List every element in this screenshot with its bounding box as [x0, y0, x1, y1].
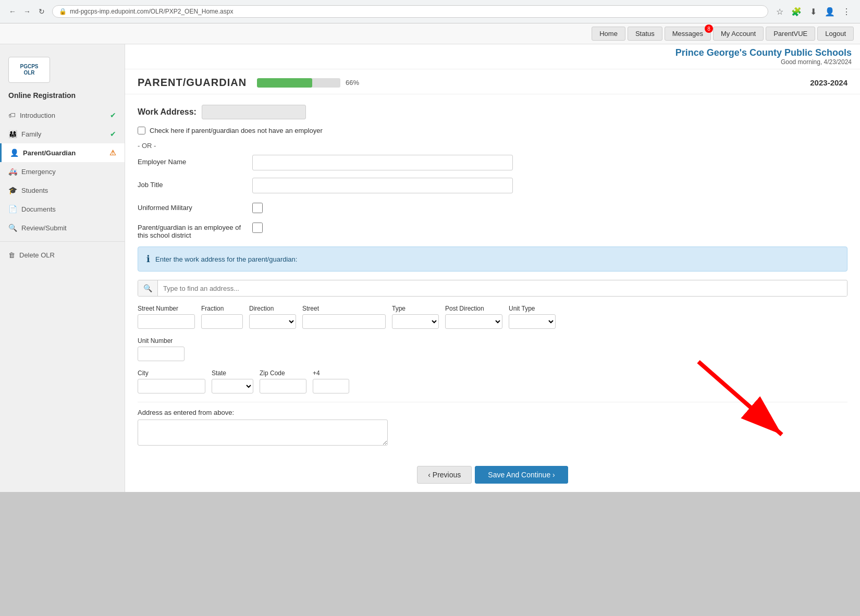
- extensions-button[interactable]: 🧩: [789, 4, 804, 19]
- type-select[interactable]: StAveBlvdDrRd: [392, 314, 439, 329]
- unit-type-select[interactable]: AptSteUnit: [509, 314, 556, 329]
- city-label: City: [138, 369, 205, 377]
- forward-button[interactable]: →: [21, 5, 33, 18]
- uniformed-military-row: Uniformed Military: [138, 201, 847, 213]
- state-label: State: [212, 369, 253, 377]
- delete-label: Delete OLR: [19, 251, 55, 259]
- my-account-nav-button[interactable]: My Account: [713, 27, 764, 41]
- sidebar-item-introduction[interactable]: 🏷 Introduction ✔: [0, 106, 125, 125]
- post-direction-label: Post Direction: [445, 305, 502, 312]
- street-number-input[interactable]: [138, 314, 195, 329]
- post-direction-select[interactable]: NSEW: [445, 314, 502, 329]
- save-continue-label: Save And Continue: [488, 471, 550, 479]
- plus4-input[interactable]: [313, 379, 349, 393]
- sidebar-item-documents[interactable]: 📄 Documents: [0, 200, 125, 218]
- top-nav: Home Status Messages 8 My Account Parent…: [0, 23, 860, 44]
- sidebar-divider: [0, 241, 125, 242]
- city-input[interactable]: [138, 379, 205, 393]
- sidebar-item-students[interactable]: 🎓 Students: [0, 181, 125, 200]
- unit-number-label: Unit Number: [138, 337, 847, 344]
- type-field: Type StAveBlvdDrRd: [392, 305, 439, 329]
- unit-number-field: Unit Number: [138, 337, 847, 361]
- address-fields-row2: City State MDVADC Zip Code: [138, 369, 847, 393]
- bottom-buttons: ‹ Previous Save And Continue ›: [125, 458, 860, 492]
- work-address-row: Work Address:: [138, 105, 847, 119]
- progress-bar-bg: [257, 78, 340, 88]
- sidebar-logo: PGCPSOLR: [0, 53, 125, 91]
- direction-select[interactable]: NSEW NENWSESW: [249, 314, 296, 329]
- back-button[interactable]: ←: [6, 5, 19, 18]
- address-fields-row1: Street Number Fraction Direction NSEW: [138, 305, 847, 329]
- employer-name-input[interactable]: [252, 155, 513, 170]
- save-and-continue-button[interactable]: Save And Continue ›: [475, 466, 568, 484]
- street-field: Street: [302, 305, 386, 329]
- menu-button[interactable]: ⋮: [839, 4, 854, 19]
- previous-button[interactable]: ‹ Previous: [417, 466, 472, 484]
- unit-type-label: Unit Type: [509, 305, 556, 312]
- download-button[interactable]: ⬇: [806, 4, 820, 19]
- unit-type-field: Unit Type AptSteUnit: [509, 305, 556, 329]
- parent-guardian-label: Parent/Guardian: [23, 149, 76, 157]
- status-nav-button[interactable]: Status: [628, 27, 662, 41]
- unit-number-section: Unit Number: [138, 337, 847, 361]
- fraction-field: Fraction: [201, 305, 243, 329]
- unit-number-input[interactable]: [138, 347, 185, 361]
- page-title: PARENT/GUARDIAN: [138, 77, 247, 89]
- messages-nav-button[interactable]: Messages: [665, 27, 711, 41]
- logout-nav-button[interactable]: Logout: [817, 27, 854, 41]
- sidebar-item-parent-guardian[interactable]: 👤 Parent/Guardian ⚠: [0, 143, 125, 162]
- right-panel: Prince George's County Public Schools Go…: [125, 44, 860, 492]
- street-label: Street: [302, 305, 386, 312]
- no-employer-row: Check here if parent/guardian does not h…: [138, 127, 847, 134]
- address-search-input[interactable]: [158, 281, 847, 296]
- sidebar-item-family[interactable]: 👨‍👩‍👧 Family ✔: [0, 125, 125, 143]
- home-nav-button[interactable]: Home: [592, 27, 625, 41]
- browser-nav: ← → ↻: [6, 5, 48, 18]
- content-row: PGCPSOLR Online Registration 🏷 Introduct…: [0, 44, 860, 492]
- employer-name-row: Employer Name: [138, 155, 847, 170]
- save-continue-chevron-icon: ›: [552, 471, 555, 479]
- state-select[interactable]: MDVADC: [212, 379, 253, 393]
- sidebar-item-review-submit[interactable]: 🔍 Review/Submit: [0, 218, 125, 237]
- refresh-button[interactable]: ↻: [35, 5, 48, 18]
- sidebar-item-delete-olr[interactable]: 🗑 Delete OLR: [0, 246, 125, 264]
- zip-code-field: Zip Code: [260, 369, 306, 393]
- previous-label: Previous: [433, 471, 461, 479]
- students-icon: 🎓: [8, 186, 17, 194]
- emergency-icon: 🚑: [8, 167, 17, 176]
- plus4-field: +4: [313, 369, 349, 393]
- bookmark-button[interactable]: ☆: [772, 4, 787, 19]
- address-entered-section: Address as entered from above:: [138, 409, 847, 447]
- fraction-input[interactable]: [201, 314, 243, 329]
- no-employer-checkbox[interactable]: [138, 127, 145, 134]
- direction-label: Direction: [249, 305, 296, 312]
- profile-button[interactable]: 👤: [822, 4, 837, 19]
- state-field: State MDVADC: [212, 369, 253, 393]
- street-input[interactable]: [302, 314, 386, 329]
- job-title-input[interactable]: [252, 178, 513, 193]
- info-message: Enter the work address for the parent/gu…: [155, 255, 297, 263]
- school-header: Prince George's County Public Schools Go…: [125, 44, 860, 69]
- documents-label: Documents: [21, 205, 56, 213]
- secure-icon: 🔒: [59, 8, 67, 15]
- school-employee-label: Parent/guardian is an employee of this s…: [138, 220, 252, 239]
- uniformed-military-checkbox[interactable]: [252, 203, 263, 213]
- zip-code-input[interactable]: [260, 379, 306, 393]
- school-employee-checkbox[interactable]: [252, 223, 263, 233]
- family-label: Family: [21, 130, 41, 138]
- search-icon[interactable]: 🔍: [138, 280, 158, 296]
- job-title-row: Job Title: [138, 178, 847, 193]
- year-badge: 2023-2024: [810, 78, 847, 87]
- parent-vue-nav-button[interactable]: ParentVUE: [766, 27, 815, 41]
- family-icon: 👨‍👩‍👧: [8, 130, 17, 138]
- address-bar[interactable]: 🔒 md-pgcps-imp.edupoint.com/OLR/PXP2_OEN…: [52, 5, 768, 18]
- employer-name-label: Employer Name: [138, 155, 252, 166]
- sidebar-item-emergency[interactable]: 🚑 Emergency: [0, 162, 125, 181]
- progress-area: 66%: [257, 78, 359, 88]
- parent-guardian-warning-icon: ⚠: [109, 149, 116, 157]
- introduction-icon: 🏷: [8, 111, 16, 119]
- review-submit-label: Review/Submit: [21, 224, 67, 232]
- type-label: Type: [392, 305, 439, 312]
- delete-icon: 🗑: [8, 251, 15, 259]
- address-entered-textarea[interactable]: [138, 420, 388, 446]
